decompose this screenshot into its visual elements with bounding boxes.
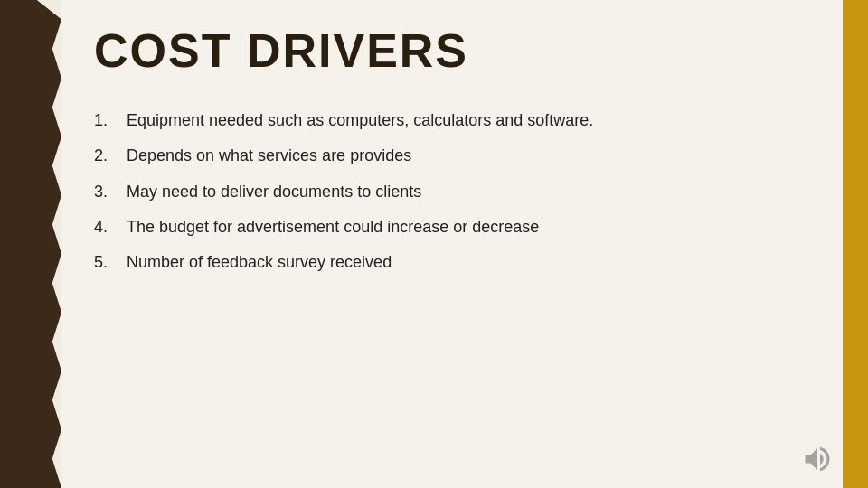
list-item: 4.The budget for advertisement could inc… xyxy=(94,216,807,239)
list-number: 1. xyxy=(94,109,127,132)
slide: COST DRIVERS 1.Equipment needed such as … xyxy=(0,0,868,488)
list-item-text: Equipment needed such as computers, calc… xyxy=(127,109,593,132)
left-accent-bar xyxy=(0,0,61,488)
list-item-text: Depends on what services are provides xyxy=(127,145,411,167)
speaker-icon[interactable] xyxy=(801,443,834,475)
list-item: 1.Equipment needed such as computers, ca… xyxy=(94,109,807,132)
list-number: 3. xyxy=(94,181,127,203)
list-item-text: The budget for advertisement could incre… xyxy=(127,216,539,239)
list-item-text: Number of feedback survey received xyxy=(127,251,392,274)
list-number: 4. xyxy=(94,216,127,239)
list-item: 5.Number of feedback survey received xyxy=(94,251,807,274)
list-item: 2.Depends on what services are provides xyxy=(94,145,807,167)
list-number: 5. xyxy=(94,251,127,274)
right-accent-bar xyxy=(843,0,868,488)
main-content: COST DRIVERS 1.Equipment needed such as … xyxy=(61,0,843,488)
slide-title: COST DRIVERS xyxy=(94,25,807,77)
content-list: 1.Equipment needed such as computers, ca… xyxy=(94,109,807,274)
list-item: 3.May need to deliver documents to clien… xyxy=(94,181,807,203)
list-number: 2. xyxy=(94,145,127,167)
list-item-text: May need to deliver documents to clients xyxy=(127,181,421,203)
